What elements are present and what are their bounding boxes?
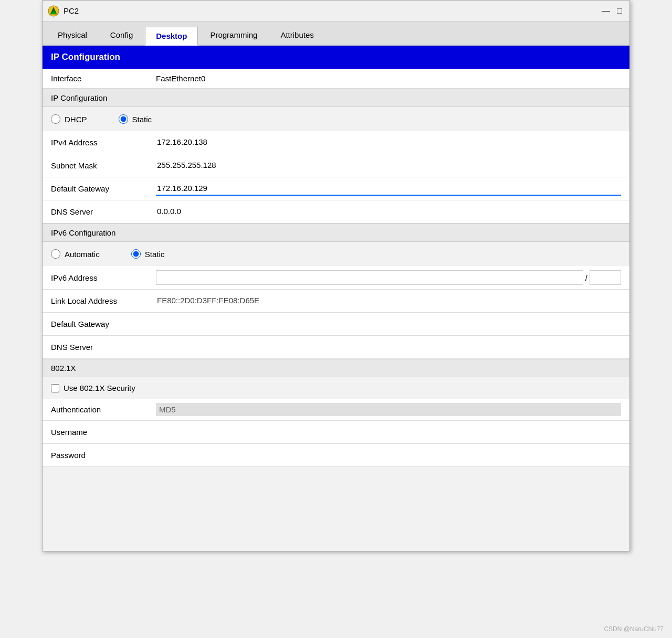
content-area: IP Configuration Interface FastEthernet0…: [43, 46, 629, 551]
tabs-bar: Physical Config Desktop Programming Attr…: [43, 22, 629, 46]
dhcp-label: DHCP: [65, 115, 87, 124]
dns-server-label: DNS Server: [51, 207, 156, 216]
ip-config-header: IP Configuration: [43, 46, 629, 69]
ipv6-prefix-input[interactable]: [590, 270, 621, 285]
bottom-padding: [43, 467, 629, 551]
static-ipv6-radio[interactable]: [131, 249, 141, 259]
ipv4-address-input[interactable]: [156, 135, 621, 150]
title-bar-controls: — □: [601, 6, 624, 16]
automatic-radio[interactable]: [51, 249, 60, 259]
static-option[interactable]: Static: [119, 114, 152, 124]
default-gateway-label: Default Gateway: [51, 184, 156, 193]
dns-server-input[interactable]: [156, 205, 621, 219]
ipv6-slash: /: [585, 273, 587, 282]
tab-attributes[interactable]: Attributes: [269, 26, 324, 45]
static-radio[interactable]: [119, 114, 128, 124]
ipv4-address-row: IPv4 Address: [43, 131, 629, 154]
username-row: Username: [43, 421, 629, 444]
app-icon: [48, 5, 59, 17]
ipv6-address-input[interactable]: [156, 270, 583, 285]
static-ipv6-option[interactable]: Static: [131, 249, 165, 259]
dhcp-radio[interactable]: [51, 114, 60, 124]
link-local-value: FE80::2D0:D3FF:FE08:D65E: [156, 294, 621, 308]
dns-server-row: DNS Server: [43, 200, 629, 224]
username-label: Username: [51, 428, 156, 437]
dns-server-v6-input[interactable]: [156, 340, 621, 354]
ipv4-radio-row: DHCP Static: [43, 107, 629, 131]
automatic-label: Automatic: [65, 250, 100, 259]
ipv6-input-wrapper: /: [156, 270, 621, 285]
dns-server-v6-label: DNS Server: [51, 343, 156, 352]
tab-config[interactable]: Config: [99, 26, 144, 45]
default-gateway-v6-label: Default Gateway: [51, 320, 156, 328]
static-ipv6-label: Static: [145, 250, 165, 259]
ipv6-radio-row: Automatic Static: [43, 242, 629, 266]
interface-row: Interface FastEthernet0: [43, 69, 629, 89]
window-title: PC2: [64, 6, 79, 15]
tab-programming[interactable]: Programming: [199, 26, 268, 45]
password-row: Password: [43, 444, 629, 467]
title-bar-left: PC2: [48, 5, 79, 17]
subnet-mask-input[interactable]: [156, 158, 621, 173]
ipv6-address-label: IPv6 Address: [51, 273, 156, 282]
link-local-row: Link Local Address FE80::2D0:D3FF:FE08:D…: [43, 290, 629, 313]
ipv6-section-header: IPv6 Configuration: [43, 224, 629, 242]
title-bar: PC2 — □: [43, 1, 629, 22]
dns-server-v6-row: DNS Server: [43, 336, 629, 359]
authentication-label: Authentication: [51, 405, 156, 414]
watermark: CSDN @NaruChiu77: [604, 625, 664, 633]
tab-desktop[interactable]: Desktop: [145, 27, 198, 46]
8021x-checkbox-row: Use 802.1X Security: [43, 377, 629, 399]
default-gateway-v6-row: Default Gateway: [43, 313, 629, 336]
password-label: Password: [51, 451, 156, 460]
maximize-button[interactable]: □: [615, 6, 624, 16]
interface-value: FastEthernet0: [156, 74, 205, 83]
interface-label: Interface: [51, 74, 156, 83]
subnet-mask-label: Subnet Mask: [51, 161, 156, 170]
password-input[interactable]: [156, 448, 621, 462]
authentication-input[interactable]: [156, 403, 621, 416]
subnet-mask-row: Subnet Mask: [43, 154, 629, 177]
tab-physical[interactable]: Physical: [47, 26, 98, 45]
main-window: PC2 — □ Physical Config Desktop Programm…: [42, 0, 630, 551]
8021x-label: Use 802.1X Security: [64, 384, 135, 392]
authentication-row: Authentication: [43, 399, 629, 421]
minimize-button[interactable]: —: [601, 6, 611, 16]
default-gateway-v6-input[interactable]: [156, 317, 621, 331]
username-input[interactable]: [156, 425, 621, 439]
link-local-label: Link Local Address: [51, 296, 156, 305]
ipv4-section-header: IP Configuration: [43, 89, 629, 107]
8021x-section-header: 802.1X: [43, 359, 629, 377]
default-gateway-input[interactable]: [156, 182, 621, 196]
ipv4-address-label: IPv4 Address: [51, 138, 156, 147]
ipv6-address-row: IPv6 Address /: [43, 266, 629, 290]
8021x-checkbox[interactable]: [51, 384, 59, 392]
default-gateway-row: Default Gateway: [43, 177, 629, 200]
static-label: Static: [132, 115, 152, 124]
dhcp-option[interactable]: DHCP: [51, 114, 87, 124]
automatic-option[interactable]: Automatic: [51, 249, 100, 259]
